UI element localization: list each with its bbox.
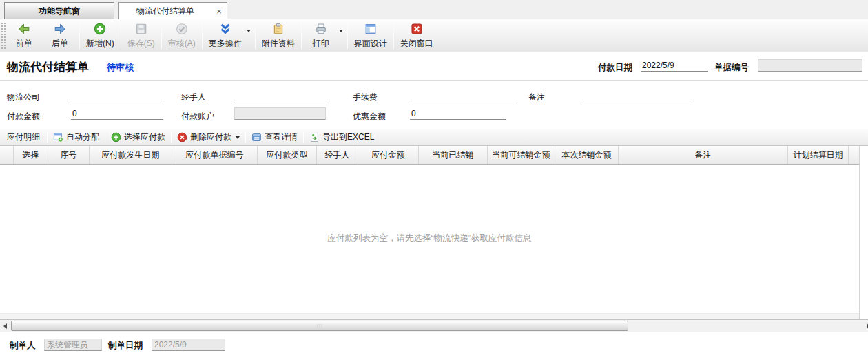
column-header-seq[interactable]: 序号: [48, 146, 90, 164]
print-label: 打印: [313, 38, 329, 50]
select-payable-button[interactable]: 选择应付款: [105, 129, 171, 145]
column-header-payable-doc-no[interactable]: 应付款单据编号: [172, 146, 258, 164]
discount-input[interactable]: [410, 108, 506, 120]
row-indicator-column-header: [0, 146, 14, 164]
toolbar-separator: [121, 22, 121, 49]
remark-input[interactable]: [582, 89, 690, 100]
form-area: 物流公司 经手人 手续费 备注 付款金额 付款账户 优惠金额: [0, 81, 868, 129]
column-header-payable-date[interactable]: 应付款发生日期: [90, 146, 172, 164]
export-excel-icon: [309, 132, 320, 142]
next-doc-icon: [53, 22, 67, 36]
document-header: 物流代付结算单 待审核 付款日期 单据编号: [0, 52, 868, 81]
detail-toolbar: 应付明细 自动分配 选择应付款 删除应付款: [0, 129, 868, 146]
maker-label: 制单人: [10, 340, 36, 352]
pay-amount-label: 付款金额: [7, 111, 40, 122]
toolbar-separator: [347, 22, 348, 49]
column-header-select[interactable]: 选择: [14, 146, 48, 164]
prev-doc-label: 前单: [16, 38, 32, 50]
pay-date-input[interactable]: [641, 60, 708, 72]
auto-assign-button[interactable]: 自动分配: [48, 129, 105, 145]
pay-date-label: 付款日期: [598, 62, 632, 74]
tab-close-icon[interactable]: ×: [211, 3, 227, 19]
tab-bar: 功能导航窗 物流代付结算单 ×: [0, 0, 868, 19]
next-doc-button[interactable]: 后单: [42, 19, 78, 52]
more-actions-icon: [218, 22, 232, 36]
grid-body[interactable]: 应付款列表为空，请先选择“物流快递”获取应付款信息: [0, 165, 859, 313]
print-icon: [314, 22, 328, 36]
more-actions-dropdown-caret[interactable]: [247, 30, 251, 32]
ui-design-label: 界面设计: [354, 38, 387, 50]
scrollbar-grip: [318, 324, 322, 329]
scrollbar-thumb[interactable]: [11, 321, 628, 331]
close-window-icon: [410, 22, 424, 36]
add-new-button[interactable]: 新增(N): [81, 19, 119, 52]
toolbar-separator: [255, 22, 256, 49]
toolbar-separator: [202, 22, 203, 49]
tab-bar-filler: [227, 0, 868, 19]
discount-label: 优惠金额: [353, 111, 386, 122]
make-date-input[interactable]: [152, 339, 225, 351]
add-new-label: 新增(N): [86, 38, 114, 50]
print-dropdown-caret[interactable]: [339, 30, 343, 32]
view-details-button[interactable]: 查看详情: [246, 129, 303, 145]
attachments-button[interactable]: 附件资料: [257, 19, 300, 52]
page-title: 物流代付结算单: [7, 59, 89, 75]
fee-input[interactable]: [410, 89, 517, 100]
audit-icon: [175, 22, 189, 36]
status-badge: 待审核: [107, 61, 134, 74]
column-header-settled[interactable]: 当前已结销: [419, 146, 488, 164]
prev-doc-icon: [17, 22, 31, 36]
logistics-company-input[interactable]: [71, 89, 163, 100]
make-date-label: 制单日期: [108, 340, 143, 352]
doc-no-input[interactable]: [758, 59, 862, 72]
tab-function-nav[interactable]: 功能导航窗: [4, 2, 114, 19]
save-button: 保存(S): [123, 19, 160, 52]
logistics-company-label: 物流公司: [7, 92, 40, 103]
ui-design-icon: [364, 22, 378, 36]
horizontal-scrollbar[interactable]: [0, 319, 868, 332]
attachment-icon: [271, 22, 285, 36]
auto-assign-icon: [53, 132, 63, 142]
column-header-payable-amount[interactable]: 应付金额: [358, 146, 419, 164]
scroll-left-arrow-icon[interactable]: [0, 320, 10, 332]
column-header-handler[interactable]: 经手人: [317, 146, 358, 164]
handler-input[interactable]: [234, 89, 326, 100]
logistics-settlement-window: 功能导航窗 物流代付结算单 × 前单 后单 新增(N): [0, 0, 868, 364]
scroll-right-arrow-icon[interactable]: [863, 320, 868, 332]
column-header-plan-settle-date[interactable]: 计划结算日期: [788, 146, 849, 164]
toolbar-separator: [79, 22, 80, 49]
pay-account-label: 付款账户: [181, 111, 214, 122]
select-payable-icon: [111, 132, 121, 142]
delete-payable-button[interactable]: 删除应付款: [172, 129, 245, 145]
column-header-remark[interactable]: 备注: [619, 146, 788, 164]
grid-bottom-strip: [0, 313, 859, 319]
ui-design-button[interactable]: 界面设计: [349, 19, 392, 52]
save-label: 保存(S): [127, 38, 155, 50]
export-excel-button[interactable]: 导出到EXCEL: [304, 129, 380, 145]
pay-amount-input[interactable]: [71, 108, 163, 120]
close-window-button[interactable]: 关闭窗口: [395, 19, 438, 52]
main-toolbar: 前单 后单 新增(N) 保存(S) 审核(A): [0, 19, 868, 52]
audit-label: 审核(A): [168, 38, 196, 50]
more-actions-button[interactable]: 更多操作: [204, 19, 247, 52]
toolbar-separator: [393, 22, 394, 49]
footer-bar: 制单人 制单日期: [0, 332, 868, 364]
delete-payable-dropdown-caret[interactable]: [236, 136, 240, 139]
column-header-payable-type[interactable]: 应付款类型: [258, 146, 317, 164]
delete-payable-icon: [177, 132, 187, 142]
toolbar-grip[interactable]: [1, 22, 6, 49]
more-actions-label: 更多操作: [209, 38, 242, 50]
column-header-this-settle-amount[interactable]: 本次结销金额: [555, 146, 619, 164]
next-doc-label: 后单: [52, 38, 68, 50]
doc-no-label: 单据编号: [714, 62, 749, 74]
audit-button: 审核(A): [163, 19, 200, 52]
prev-doc-button[interactable]: 前单: [6, 19, 42, 52]
pay-account-input[interactable]: [234, 107, 326, 120]
print-button[interactable]: 打印: [303, 19, 339, 52]
column-header-settleable-amount[interactable]: 当前可结销金额: [488, 146, 555, 164]
remark-label: 备注: [528, 92, 545, 103]
tab-doc[interactable]: 物流代付结算单 ×: [118, 2, 227, 20]
maker-input[interactable]: [44, 339, 102, 351]
delete-payable-label: 删除应付款: [190, 131, 231, 143]
save-icon: [134, 22, 148, 36]
